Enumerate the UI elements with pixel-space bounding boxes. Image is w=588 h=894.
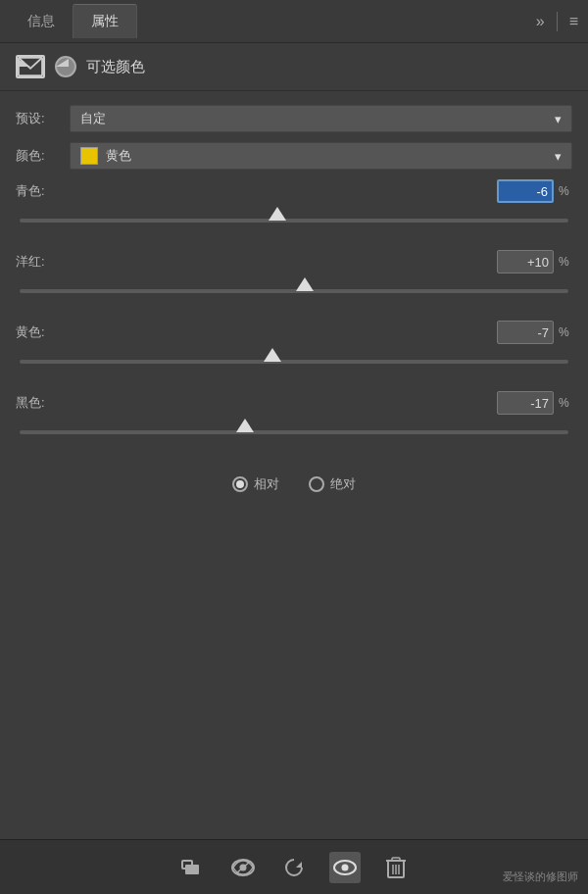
menu-icon[interactable]: ≡ — [569, 13, 578, 30]
color-swatch — [80, 147, 98, 165]
radio-relative-label: 相对 — [254, 475, 279, 493]
svg-marker-6 — [296, 862, 302, 868]
black-slider-section: 黑色: % — [16, 391, 572, 446]
yellow-label: 黄色: — [16, 323, 70, 341]
yellow-percent: % — [559, 325, 572, 339]
radio-absolute-circle — [309, 476, 324, 492]
svg-rect-0 — [19, 58, 42, 76]
magenta-thumb[interactable] — [296, 277, 314, 291]
black-input[interactable] — [497, 391, 554, 415]
svg-line-5 — [236, 862, 250, 873]
black-label: 黑色: — [16, 394, 70, 412]
yellow-input[interactable] — [497, 321, 554, 344]
yellow-slider-track-container[interactable] — [16, 348, 572, 375]
color-value: 黄色 — [106, 147, 131, 165]
preset-label: 预设: — [16, 110, 70, 127]
preset-value: 自定 — [80, 110, 106, 127]
radio-relative-circle — [232, 476, 248, 492]
magenta-track — [20, 289, 568, 293]
section-header: 可选颜色 — [0, 43, 588, 91]
radio-relative[interactable]: 相对 — [232, 475, 279, 493]
cyan-percent: % — [559, 184, 572, 198]
color-dropdown[interactable]: 黄色 ▾ — [70, 142, 572, 170]
cyan-track — [20, 219, 568, 223]
black-slider-track-container[interactable] — [16, 419, 572, 446]
preset-row: 预设: 自定 ▾ — [16, 105, 572, 132]
panel: 信息 属性 » ≡ 可选颜色 预设: 自定 ▾ — [0, 0, 588, 894]
cyan-thumb[interactable] — [269, 207, 286, 221]
eye-button[interactable] — [329, 852, 361, 883]
yellow-track — [20, 360, 568, 364]
radio-absolute-label: 绝对 — [330, 475, 356, 493]
visibility-button[interactable] — [227, 852, 259, 883]
tab-info[interactable]: 信息 — [10, 5, 73, 38]
svg-rect-11 — [392, 858, 400, 861]
reset-button[interactable] — [278, 852, 310, 883]
watermark: 爱怪谈的修图师 — [503, 869, 578, 884]
section-title: 可选颜色 — [86, 58, 145, 76]
tab-properties[interactable]: 属性 — [73, 4, 137, 38]
clip-button[interactable] — [176, 852, 208, 883]
tab-bar: 信息 属性 » ≡ — [0, 0, 588, 43]
separator — [557, 12, 558, 31]
cyan-input[interactable] — [497, 179, 554, 203]
preset-dropdown[interactable]: 自定 ▾ — [70, 105, 572, 132]
yellow-slider-section: 黄色: % — [16, 321, 572, 375]
magenta-slider-section: 洋红: % — [16, 250, 572, 305]
radio-group: 相对 绝对 — [16, 475, 572, 493]
color-row: 颜色: 黄色 ▾ — [16, 142, 572, 170]
magenta-input[interactable] — [497, 250, 554, 273]
yellow-thumb[interactable] — [264, 348, 281, 362]
delete-button[interactable] — [380, 852, 412, 883]
cyan-slider-section: 青色: % — [16, 179, 572, 234]
black-percent: % — [559, 396, 572, 410]
envelope-icon — [16, 55, 45, 78]
tab-actions: » ≡ — [536, 12, 578, 31]
magenta-label: 洋红: — [16, 253, 70, 271]
color-dropdown-arrow: ▾ — [555, 149, 562, 164]
expand-icon[interactable]: » — [536, 13, 545, 30]
magenta-slider-track-container[interactable] — [16, 277, 572, 305]
magenta-percent: % — [559, 255, 572, 269]
cyan-slider-track-container[interactable] — [16, 207, 572, 234]
cyan-label: 青色: — [16, 182, 70, 200]
bottom-toolbar — [0, 839, 588, 894]
svg-point-8 — [342, 864, 349, 870]
black-track — [20, 430, 568, 434]
color-label: 颜色: — [16, 147, 70, 165]
radio-absolute[interactable]: 绝对 — [309, 475, 356, 493]
black-thumb[interactable] — [236, 419, 254, 432]
content-area: 预设: 自定 ▾ 颜色: 黄色 ▾ 青色: % — [0, 91, 588, 839]
preset-dropdown-arrow: ▾ — [555, 112, 562, 126]
